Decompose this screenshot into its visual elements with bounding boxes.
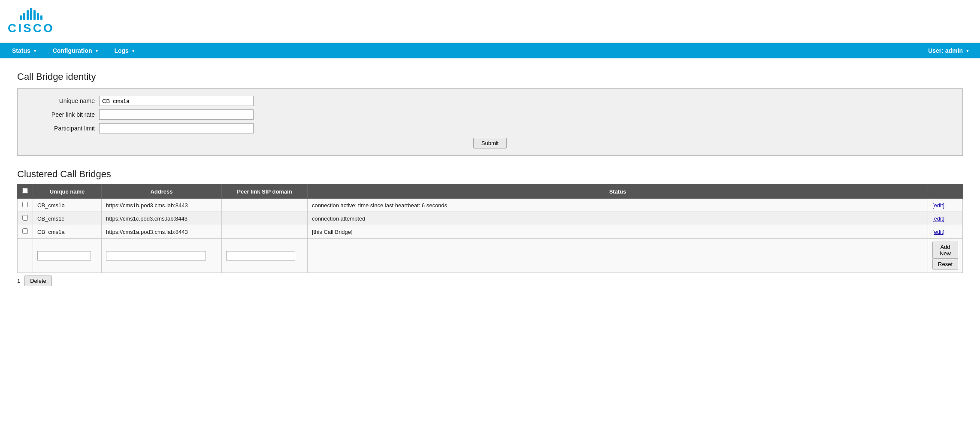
row-edit-cell: [edit] [928, 212, 963, 225]
new-row-action-cell: Add New Reset [928, 239, 963, 273]
new-entry-row: Add New Reset [18, 239, 963, 273]
row-count: 1 [17, 278, 20, 284]
row-name: CB_cms1c [33, 212, 102, 225]
row-status: connection active; time since last heart… [308, 199, 928, 212]
header-address: Address [102, 185, 222, 199]
table-row: CB_cms1a https://cms1a.pod3.cms.lab:8443… [18, 225, 963, 239]
participant-limit-input[interactable] [99, 123, 254, 133]
add-reset-group: Add New Reset [932, 242, 958, 270]
header-checkbox [18, 185, 33, 199]
status-arrow-icon: ▼ [33, 48, 37, 53]
row-sip-domain [222, 212, 308, 225]
nav-logs[interactable]: Logs ▼ [106, 44, 143, 58]
row-status: connection attempted [308, 212, 928, 225]
peer-link-row: Peer link bit rate [18, 109, 962, 120]
new-row-status-cell [308, 239, 928, 273]
submit-button[interactable]: Submit [473, 138, 507, 148]
table-footer: 1 Delete [17, 276, 963, 286]
header-action [928, 185, 963, 199]
select-all-checkbox[interactable] [22, 188, 28, 194]
logs-arrow-icon: ▼ [131, 48, 136, 53]
row-sip-domain [222, 225, 308, 239]
new-row-address-cell [102, 239, 222, 273]
clustered-section-title: Clustered Call Bridges [17, 169, 963, 180]
unique-name-input[interactable] [99, 96, 254, 106]
table-header-row: Unique name Address Peer link SIP domain… [18, 185, 963, 199]
reset-button[interactable]: Reset [932, 259, 958, 270]
new-row-check [18, 239, 33, 273]
unique-name-row: Unique name [18, 96, 962, 106]
row-name: CB_cms1a [33, 225, 102, 239]
nav-status[interactable]: Status ▼ [4, 44, 45, 58]
row-address: https://cms1c.pod3.cms.lab:8443 [102, 212, 222, 225]
row-status: [this Call Bridge] [308, 225, 928, 239]
identity-section-title: Call Bridge identity [17, 71, 963, 82]
row-checkbox-2[interactable] [22, 228, 28, 234]
participant-limit-label: Participant limit [26, 125, 95, 132]
row-checkbox-cell [18, 225, 33, 239]
new-row-sip-cell [222, 239, 308, 273]
header-unique-name: Unique name [33, 185, 102, 199]
header-peer-link-sip: Peer link SIP domain [222, 185, 308, 199]
user-arrow-icon: ▼ [965, 48, 970, 53]
row-checkbox-cell [18, 212, 33, 225]
add-new-button[interactable]: Add New [932, 242, 958, 259]
table-row: CB_cms1b https://cms1b.pod3.cms.lab:8443… [18, 199, 963, 212]
nav-user[interactable]: User: admin ▼ [922, 44, 976, 58]
nav-configuration[interactable]: Configuration ▼ [45, 44, 107, 58]
row-checkbox-cell [18, 199, 33, 212]
unique-name-label: Unique name [26, 97, 95, 104]
configuration-arrow-icon: ▼ [94, 48, 99, 53]
participant-limit-row: Participant limit [18, 123, 962, 133]
new-name-input[interactable] [37, 251, 91, 260]
row-address: https://cms1a.pod3.cms.lab:8443 [102, 225, 222, 239]
header: CISCO [0, 0, 980, 43]
row-name: CB_cms1b [33, 199, 102, 212]
table-row: CB_cms1c https://cms1c.pod3.cms.lab:8443… [18, 212, 963, 225]
navbar-right: User: admin ▼ [922, 44, 976, 58]
submit-row: Submit [18, 138, 962, 148]
cisco-wordmark: CISCO [8, 21, 54, 35]
peer-link-label: Peer link bit rate [26, 111, 95, 118]
identity-form: Unique name Peer link bit rate Participa… [17, 88, 963, 156]
row-sip-domain [222, 199, 308, 212]
row-checkbox-1[interactable] [22, 215, 28, 221]
peer-link-input[interactable] [99, 109, 254, 120]
row-address: https://cms1b.pod3.cms.lab:8443 [102, 199, 222, 212]
row-edit-cell: [edit] [928, 199, 963, 212]
page-content: Call Bridge identity Unique name Peer li… [0, 58, 980, 299]
cisco-logo: CISCO [8, 8, 54, 35]
edit-link-2[interactable]: [edit] [932, 229, 944, 235]
delete-button[interactable]: Delete [24, 276, 52, 286]
cisco-bars-icon [20, 8, 42, 20]
navbar: Status ▼ Configuration ▼ Logs ▼ User: ad… [0, 43, 980, 58]
new-address-input[interactable] [106, 251, 206, 260]
row-checkbox-0[interactable] [22, 202, 28, 207]
new-row-name-cell [33, 239, 102, 273]
new-sip-input[interactable] [226, 251, 295, 260]
clustered-call-bridges-table: Unique name Address Peer link SIP domain… [17, 184, 963, 273]
edit-link-0[interactable]: [edit] [932, 202, 944, 209]
header-status: Status [308, 185, 928, 199]
navbar-left: Status ▼ Configuration ▼ Logs ▼ [4, 44, 143, 58]
row-edit-cell: [edit] [928, 225, 963, 239]
edit-link-1[interactable]: [edit] [932, 215, 944, 222]
